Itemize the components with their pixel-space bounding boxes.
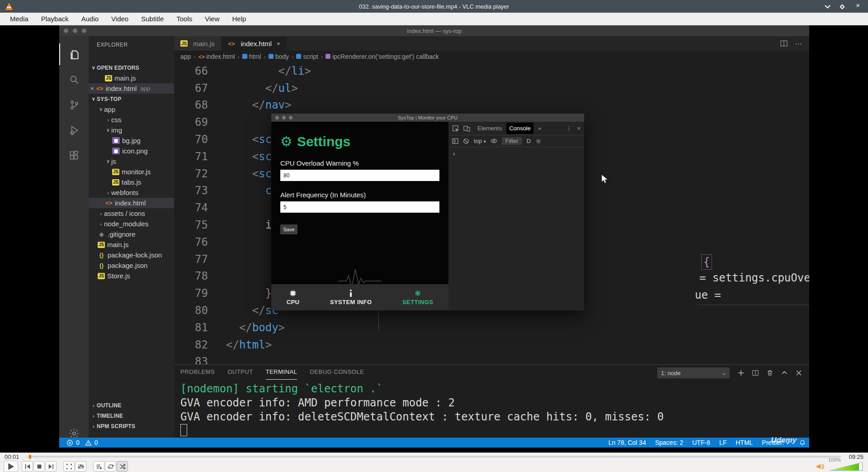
section-timeline[interactable]: ›TIMELINE <box>89 410 174 421</box>
status-item[interactable]: HTML <box>736 439 753 446</box>
tree-item[interactable]: ›assets / icons <box>89 208 174 219</box>
tree-item[interactable]: ∨app <box>89 104 174 114</box>
seek-slider[interactable] <box>27 456 841 458</box>
tab-close-icon[interactable]: × <box>277 40 280 47</box>
menu-item-view[interactable]: View <box>199 14 225 24</box>
next-button[interactable] <box>45 461 57 472</box>
breadcrumb-item[interactable]: body <box>269 53 289 60</box>
menu-item-media[interactable]: Media <box>5 14 34 24</box>
panel-tab-problems[interactable]: PROBLEMS <box>180 368 215 380</box>
status-item[interactable]: Ln 78, Col 34 <box>609 439 646 446</box>
breadcrumb[interactable]: app›<>index.html›html›body›script›ipcRen… <box>174 51 809 62</box>
maximize-panel-icon[interactable] <box>781 370 788 376</box>
panel-tab-terminal[interactable]: TERMINAL <box>266 368 297 380</box>
panel-tab-debug-console[interactable]: DEBUG CONSOLE <box>310 368 364 380</box>
fullscreen-button[interactable] <box>63 461 75 472</box>
tree-item[interactable]: JSStore.js <box>89 271 174 281</box>
tree-item[interactable]: ▦bg.jpg <box>89 135 174 146</box>
tree-item[interactable]: ›node_modules <box>89 219 174 229</box>
status-item[interactable]: LF <box>719 439 726 446</box>
new-terminal-icon[interactable] <box>738 370 744 376</box>
cpu-overload-input[interactable] <box>280 170 439 181</box>
tree-item[interactable]: JSmain.js <box>89 73 174 83</box>
status-item[interactable]: Spaces: 2 <box>655 439 683 446</box>
tree-item[interactable]: JSmain.js <box>89 239 174 250</box>
breadcrumb-item[interactable]: script <box>296 53 318 60</box>
errors-count[interactable]: 0 <box>76 439 80 446</box>
close-editor-icon[interactable]: × <box>89 85 96 92</box>
kill-terminal-icon[interactable] <box>767 370 773 376</box>
seek-handle[interactable] <box>29 455 31 459</box>
loop-button[interactable] <box>105 461 116 472</box>
menu-item-video[interactable]: Video <box>106 14 134 24</box>
device-toolbar-icon[interactable] <box>463 125 470 132</box>
notifications-bell-icon[interactable] <box>799 439 806 446</box>
tree-item[interactable]: {}package.json <box>89 260 174 271</box>
split-terminal-icon[interactable] <box>752 370 759 376</box>
volume-slider[interactable] <box>829 462 863 471</box>
panel-tab-output[interactable]: OUTPUT <box>227 368 253 380</box>
devtools-tab-console[interactable]: Console <box>506 123 533 134</box>
split-editor-icon[interactable] <box>780 40 788 47</box>
devtools-tab-elements[interactable]: Elements <box>475 123 505 134</box>
run-debug-icon[interactable] <box>59 119 89 141</box>
nav-settings[interactable]: SETTINGS <box>402 289 433 305</box>
console-filter-input[interactable]: Filter <box>502 137 522 145</box>
menu-item-tools[interactable]: Tools <box>171 14 198 24</box>
terminal-select[interactable]: 1: node⌄ <box>657 367 730 378</box>
search-icon[interactable] <box>59 69 89 91</box>
breadcrumb-item[interactable]: app <box>180 53 191 60</box>
menu-item-playback[interactable]: Playback <box>36 14 74 24</box>
save-button[interactable]: Save <box>280 224 297 234</box>
console-sidebar-icon[interactable] <box>452 138 458 144</box>
devtools-menu-icon[interactable]: ⋮ <box>566 125 571 132</box>
tree-item[interactable]: ×<>index.htmlapp <box>89 83 174 94</box>
tree-item[interactable]: ▦icon.png <box>89 146 174 156</box>
section-npm-scripts[interactable]: ›NPM SCRIPTS <box>89 421 174 431</box>
close-panel-icon[interactable] <box>796 370 802 376</box>
menu-item-audio[interactable]: Audio <box>76 14 104 24</box>
extended-settings-button[interactable] <box>75 461 86 472</box>
console-prompt[interactable]: › <box>448 147 584 157</box>
tree-item[interactable]: JStabs.js <box>89 177 174 187</box>
warnings-count[interactable]: 0 <box>94 439 98 446</box>
tree-item[interactable]: ∨js <box>89 156 174 167</box>
section-sys-top[interactable]: ∨SYS-TOP <box>89 94 174 104</box>
devtools-more-tabs-icon[interactable]: » <box>538 125 541 132</box>
volume-icon[interactable] <box>816 462 825 471</box>
breadcrumb-item[interactable]: html <box>242 53 261 60</box>
log-levels-select[interactable]: D <box>527 138 531 144</box>
breadcrumb-item[interactable]: <>index.html <box>198 53 235 60</box>
alert-frequency-input[interactable] <box>280 201 439 213</box>
inspect-element-icon[interactable] <box>452 125 459 132</box>
devtools-close-icon[interactable]: × <box>577 125 580 132</box>
terminal-output[interactable]: [nodemon] starting `electron .`GVA encod… <box>180 382 664 424</box>
console-settings-icon[interactable] <box>535 138 542 144</box>
explorer-icon[interactable] <box>59 43 89 65</box>
tree-item[interactable]: {}package-lock.json <box>89 250 174 260</box>
nav-cpu[interactable]: CPU <box>287 289 300 305</box>
console-context-select[interactable]: top ▾ <box>474 138 486 144</box>
status-item[interactable]: UTF-8 <box>692 439 710 446</box>
tree-item[interactable]: JSmonitor.js <box>89 167 174 177</box>
previous-button[interactable] <box>22 461 33 472</box>
source-control-icon[interactable] <box>59 94 89 116</box>
tree-item[interactable]: ◆.gitignore <box>89 229 174 239</box>
tree-item[interactable]: ›css <box>89 114 174 125</box>
section-open-editors[interactable]: ∨OPEN EDITORS <box>89 62 174 73</box>
minimize-button[interactable] <box>825 3 829 10</box>
playlist-button[interactable] <box>93 461 104 472</box>
extensions-icon[interactable] <box>59 145 89 167</box>
section-outline[interactable]: ›OUTLINE <box>89 400 174 410</box>
warnings-icon[interactable] <box>85 439 92 446</box>
menu-item-help[interactable]: Help <box>227 14 252 24</box>
nav-system-info[interactable]: SYSTEM INFO <box>330 289 372 305</box>
errors-icon[interactable] <box>66 439 73 446</box>
menu-item-subtitle[interactable]: Subtitle <box>136 14 169 24</box>
stop-button[interactable] <box>33 461 45 472</box>
tree-item[interactable]: ∨img <box>89 125 174 135</box>
maximize-button[interactable] <box>840 3 844 10</box>
close-button[interactable]: × <box>856 3 860 10</box>
eye-icon[interactable] <box>491 138 497 144</box>
tab-index.html[interactable]: <>index.html× <box>222 36 287 51</box>
